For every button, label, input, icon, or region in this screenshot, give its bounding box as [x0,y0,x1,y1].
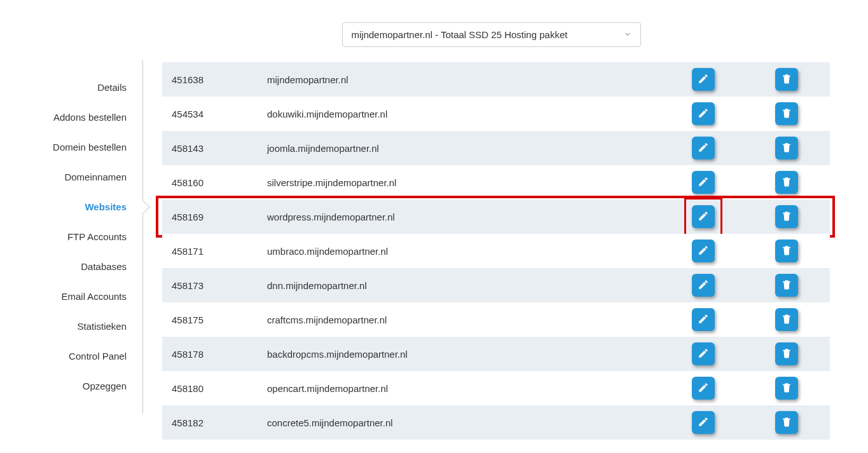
trash-icon [781,416,792,429]
edit-button[interactable] [692,377,715,400]
table-row: 454534dokuwiki.mijndemopartner.nl [162,97,830,131]
trash-icon [781,142,792,155]
trash-icon [781,245,792,258]
hosting-package-select[interactable]: mijndemopartner.nl - Totaal SSD 25 Hosti… [342,22,641,47]
row-actions [692,377,820,400]
table-row: 458160silverstripe.mijndemopartner.nl [162,165,830,199]
sidebar-item-label: Databases [81,261,127,272]
row-domain: opencart.mijndemopartner.nl [267,383,692,394]
row-actions [692,240,820,262]
row-domain: dnn.mijndemopartner.nl [267,280,692,291]
pencil-icon [698,279,709,292]
row-domain: mijndemopartner.nl [267,74,692,85]
pencil-icon [698,210,709,224]
row-id: 458169 [172,212,267,222]
row-actions [692,137,820,159]
sidebar-item-domeinnamen[interactable]: Domeinnamen [38,162,142,192]
row-actions [692,411,820,434]
edit-button[interactable] [692,342,715,365]
row-domain: silverstripe.mijndemopartner.nl [267,177,692,188]
edit-button[interactable] [692,137,715,159]
row-domain: craftcms.mijndemopartner.nl [267,314,692,325]
trash-icon [781,348,792,361]
sidebar-item-databases[interactable]: Databases [38,252,142,281]
delete-button[interactable] [775,68,798,91]
sidebar-item-label: FTP Accounts [67,231,127,242]
sidebar-item-details[interactable]: Details [38,72,142,102]
sidebar-item-label: Domeinnamen [64,172,127,182]
edit-button[interactable] [692,171,715,194]
table-row: 458182concrete5.mijndemopartner.nl [162,405,830,440]
edit-button[interactable] [692,274,715,297]
delete-button[interactable] [775,137,798,159]
delete-button[interactable] [775,377,798,400]
trash-icon [781,73,792,86]
sidebar: DetailsAddons bestellenDomein bestellenD… [38,60,143,414]
edit-button[interactable] [692,102,715,125]
row-id: 458173 [172,280,267,291]
delete-button[interactable] [775,102,798,125]
pencil-icon [698,348,709,361]
table-row: 458175craftcms.mijndemopartner.nl [162,302,830,337]
row-domain: umbraco.mijndemopartner.nl [267,246,692,257]
edit-button[interactable] [692,411,715,434]
sidebar-item-email-accounts[interactable]: Email Accounts [38,281,142,311]
pencil-icon [698,416,709,429]
delete-button[interactable] [775,274,798,297]
table-row: 458169wordpress.mijndemopartner.nl [162,199,830,234]
trash-icon [781,279,792,292]
sidebar-item-label: Domein bestellen [53,142,127,152]
row-actions [692,342,820,365]
pencil-icon [698,313,709,327]
row-actions [692,102,820,125]
row-domain: dokuwiki.mijndemopartner.nl [267,109,692,119]
row-id: 458180 [172,383,267,394]
websites-table: 451638mijndemopartner.nl454534dokuwiki.m… [162,62,830,440]
row-domain: wordpress.mijndemopartner.nl [267,212,692,222]
table-row: 458173dnn.mijndemopartner.nl [162,268,830,302]
row-id: 458171 [172,246,267,257]
sidebar-item-domein-bestellen[interactable]: Domein bestellen [38,132,142,162]
delete-button[interactable] [775,171,798,194]
row-domain: backdropcms.mijndemopartner.nl [267,349,692,360]
delete-button[interactable] [775,240,798,262]
row-id: 458143 [172,143,267,154]
row-id: 458182 [172,417,267,428]
pencil-icon [698,73,709,86]
sidebar-item-statistieken[interactable]: Statistieken [38,311,142,341]
sidebar-item-control-panel[interactable]: Control Panel [38,341,142,371]
dropdown-selected-label: mijndemopartner.nl - Totaal SSD 25 Hosti… [352,29,568,40]
row-actions [692,171,820,194]
edit-button[interactable] [692,308,715,331]
edit-button[interactable] [692,240,715,262]
pencil-icon [698,142,709,155]
row-actions [692,205,820,228]
sidebar-item-label: Websites [85,201,127,212]
row-domain: joomla.mijndemopartner.nl [267,143,692,154]
trash-icon [781,176,792,189]
sidebar-item-label: Email Accounts [61,291,127,302]
delete-button[interactable] [775,308,798,331]
row-actions [692,274,820,297]
pencil-icon [698,245,709,258]
trash-icon [781,382,792,395]
row-domain: concrete5.mijndemopartner.nl [267,417,692,428]
sidebar-item-opzeggen[interactable]: Opzeggen [38,371,142,401]
chevron-down-icon [624,29,631,40]
delete-button[interactable] [775,411,798,434]
delete-button[interactable] [775,205,798,228]
sidebar-item-label: Control Panel [69,351,127,362]
sidebar-item-websites[interactable]: Websites [38,192,142,222]
row-id: 454534 [172,109,267,119]
row-actions [692,308,820,331]
sidebar-item-ftp-accounts[interactable]: FTP Accounts [38,222,142,252]
edit-button[interactable] [692,68,715,91]
sidebar-item-addons-bestellen[interactable]: Addons bestellen [38,102,142,132]
pencil-icon [698,176,709,189]
sidebar-item-label: Statistieken [77,321,127,332]
trash-icon [781,313,792,327]
edit-button[interactable] [692,205,715,228]
table-row: 458178backdropcms.mijndemopartner.nl [162,337,830,371]
delete-button[interactable] [775,342,798,365]
row-id: 458178 [172,349,267,360]
